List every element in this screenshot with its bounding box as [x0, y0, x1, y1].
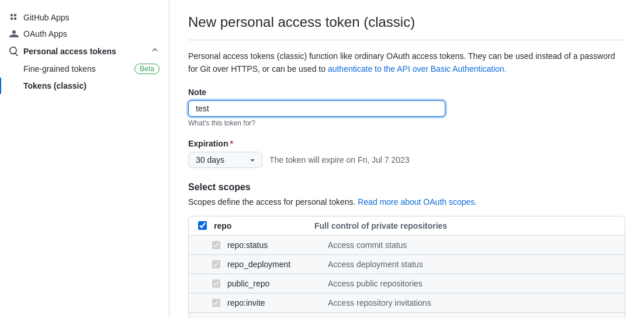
- scope-checkbox-public-repo[interactable]: [212, 279, 220, 288]
- sidebar-item-oauth-apps[interactable]: OAuth Apps: [0, 26, 169, 42]
- note-form-group: Note What's this token for?: [188, 88, 625, 127]
- scope-name-repo-invite: repo:invite: [227, 298, 321, 307]
- beta-badge: Beta: [134, 64, 160, 74]
- sidebar-item-label: OAuth Apps: [23, 29, 67, 39]
- note-label: Note: [188, 88, 625, 97]
- main-content: New personal access token (classic) Pers…: [169, 0, 644, 318]
- scope-checkbox-repo-deployment[interactable]: [212, 260, 220, 268]
- scope-row-security-events: security_events Read and write security …: [189, 313, 625, 318]
- sidebar-item-personal-access-tokens[interactable]: Personal access tokens: [0, 42, 169, 60]
- sidebar-item-label: GitHub Apps: [23, 13, 70, 22]
- scope-name-public-repo: public_repo: [227, 279, 321, 288]
- sidebar-item-github-apps[interactable]: GitHub Apps: [0, 9, 169, 26]
- note-input[interactable]: [188, 100, 445, 117]
- chevron-up-icon: [150, 46, 160, 57]
- scopes-description: Scopes define the access for personal to…: [188, 197, 625, 207]
- scopes-link[interactable]: Read more about OAuth scopes.: [358, 197, 477, 207]
- sidebar-sub-item-label: Fine-grained tokens: [23, 64, 96, 74]
- scope-desc-repo: Full control of private repositories: [314, 221, 615, 230]
- expiration-select[interactable]: 7 days 30 days 60 days 90 days Custom No…: [188, 152, 262, 168]
- expiration-form-group: Expiration* 7 days 30 days 60 days 90 da…: [188, 139, 625, 168]
- description: Personal access tokens (classic) functio…: [188, 50, 625, 76]
- apps-icon: [9, 13, 19, 22]
- sidebar: GitHub Apps OAuth Apps Personal access t…: [0, 0, 169, 318]
- description-link[interactable]: authenticate to the API over Basic Authe…: [328, 64, 507, 74]
- scope-name-repo: repo: [214, 221, 307, 230]
- scope-row-repo-invite: repo:invite Access repository invitation…: [189, 293, 625, 313]
- key-icon: [9, 47, 19, 56]
- scopes-title: Select scopes: [188, 182, 625, 193]
- scope-row-repo-deployment: repo_deployment Access deployment status: [189, 255, 625, 274]
- scope-row-repo: repo Full control of private repositorie…: [189, 216, 625, 236]
- scope-checkbox-repo[interactable]: [198, 221, 207, 230]
- required-star: *: [230, 139, 233, 148]
- scope-name-repo-status: repo:status: [227, 240, 321, 250]
- scope-desc-repo-invite: Access repository invitations: [328, 298, 615, 307]
- expiration-row: 7 days 30 days 60 days 90 days Custom No…: [188, 152, 625, 168]
- sidebar-sub-item-fine-grained[interactable]: Fine-grained tokens Beta: [0, 60, 169, 78]
- scopes-table: repo Full control of private repositorie…: [188, 216, 625, 318]
- scope-checkbox-repo-invite[interactable]: [212, 299, 220, 307]
- page-title: New personal access token (classic): [188, 14, 625, 40]
- scopes-section: Select scopes Scopes define the access f…: [188, 182, 625, 318]
- scope-desc-public-repo: Access public repositories: [328, 279, 615, 288]
- expiration-note: The token will expire on Fri, Jul 7 2023: [269, 155, 410, 165]
- expiration-label: Expiration*: [188, 139, 625, 148]
- note-hint: What's this token for?: [188, 119, 625, 127]
- scope-row-repo-status: repo:status Access commit status: [189, 236, 625, 255]
- scope-desc-repo-status: Access commit status: [328, 240, 615, 250]
- scope-desc-repo-deployment: Access deployment status: [328, 260, 615, 269]
- scope-checkbox-repo-status[interactable]: [212, 241, 220, 249]
- sidebar-sub-item-tokens-classic[interactable]: Tokens (classic): [0, 78, 169, 94]
- person-icon: [9, 29, 19, 39]
- scope-name-repo-deployment: repo_deployment: [227, 260, 321, 269]
- sidebar-sub-item-label: Tokens (classic): [23, 81, 86, 90]
- scope-row-public-repo: public_repo Access public repositories: [189, 274, 625, 293]
- sidebar-group-label: Personal access tokens: [23, 47, 116, 56]
